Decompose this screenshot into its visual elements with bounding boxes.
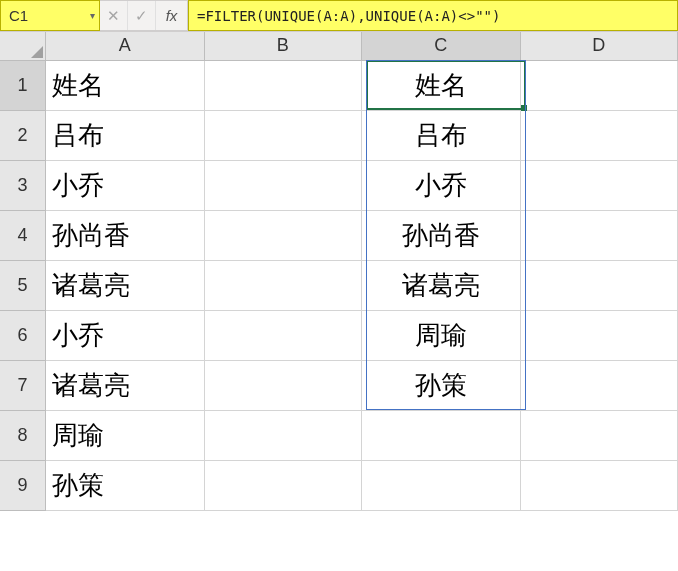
formula-bar: C1 ▾ ✕ ✓ fx =FILTER(UNIQUE(A:A),UNIQUE(A… [0, 0, 678, 32]
cell-A1[interactable]: 姓名 [45, 60, 204, 110]
cell-A4[interactable]: 孙尚香 [45, 210, 204, 260]
cell-A3[interactable]: 小乔 [45, 160, 204, 210]
row-header-1[interactable]: 1 [0, 60, 45, 110]
cell-A7[interactable]: 诸葛亮 [45, 360, 204, 410]
cell-B5[interactable] [204, 260, 361, 310]
col-header-B[interactable]: B [204, 32, 361, 60]
row-header-3[interactable]: 3 [0, 160, 45, 210]
cell-D2[interactable] [520, 110, 677, 160]
cell-C2[interactable]: 吕布 [361, 110, 520, 160]
cell-C4[interactable]: 孙尚香 [361, 210, 520, 260]
confirm-button[interactable]: ✓ [128, 1, 156, 30]
cell-B8[interactable] [204, 410, 361, 460]
cell-A8[interactable]: 周瑜 [45, 410, 204, 460]
cancel-button[interactable]: ✕ [100, 1, 128, 30]
dropdown-icon[interactable]: ▾ [90, 10, 95, 21]
cell-B6[interactable] [204, 310, 361, 360]
cell-D8[interactable] [520, 410, 677, 460]
cell-C3[interactable]: 小乔 [361, 160, 520, 210]
cell-D5[interactable] [520, 260, 677, 310]
spreadsheet-grid[interactable]: A B C D 1 姓名 姓名 2 吕布 吕布 3 小乔 小乔 4 [0, 32, 678, 511]
cell-B4[interactable] [204, 210, 361, 260]
cell-D4[interactable] [520, 210, 677, 260]
cell-D1[interactable] [520, 60, 677, 110]
col-header-A[interactable]: A [45, 32, 204, 60]
fx-icon[interactable]: fx [156, 1, 188, 30]
cell-A6[interactable]: 小乔 [45, 310, 204, 360]
cell-C8[interactable] [361, 410, 520, 460]
cell-B9[interactable] [204, 460, 361, 510]
row-header-9[interactable]: 9 [0, 460, 45, 510]
name-box-value: C1 [9, 7, 28, 24]
col-header-D[interactable]: D [520, 32, 677, 60]
cell-C9[interactable] [361, 460, 520, 510]
row-header-8[interactable]: 8 [0, 410, 45, 460]
cell-C5[interactable]: 诸葛亮 [361, 260, 520, 310]
cell-A9[interactable]: 孙策 [45, 460, 204, 510]
fx-controls: ✕ ✓ fx [100, 0, 188, 31]
row-header-2[interactable]: 2 [0, 110, 45, 160]
cell-A5[interactable]: 诸葛亮 [45, 260, 204, 310]
cell-B1[interactable] [204, 60, 361, 110]
formula-text: =FILTER(UNIQUE(A:A),UNIQUE(A:A)<>"") [197, 8, 500, 24]
cell-D6[interactable] [520, 310, 677, 360]
cell-A2[interactable]: 吕布 [45, 110, 204, 160]
cell-D9[interactable] [520, 460, 677, 510]
cell-B7[interactable] [204, 360, 361, 410]
cell-B2[interactable] [204, 110, 361, 160]
row-header-7[interactable]: 7 [0, 360, 45, 410]
col-header-C[interactable]: C [361, 32, 520, 60]
cell-C7[interactable]: 孙策 [361, 360, 520, 410]
row-header-6[interactable]: 6 [0, 310, 45, 360]
row-header-4[interactable]: 4 [0, 210, 45, 260]
cell-C6[interactable]: 周瑜 [361, 310, 520, 360]
name-box[interactable]: C1 ▾ [0, 0, 100, 31]
cell-D3[interactable] [520, 160, 677, 210]
select-all-corner[interactable] [0, 32, 45, 60]
cell-B3[interactable] [204, 160, 361, 210]
row-header-5[interactable]: 5 [0, 260, 45, 310]
formula-input[interactable]: =FILTER(UNIQUE(A:A),UNIQUE(A:A)<>"") [188, 0, 678, 31]
cell-C1[interactable]: 姓名 [361, 60, 520, 110]
cell-D7[interactable] [520, 360, 677, 410]
